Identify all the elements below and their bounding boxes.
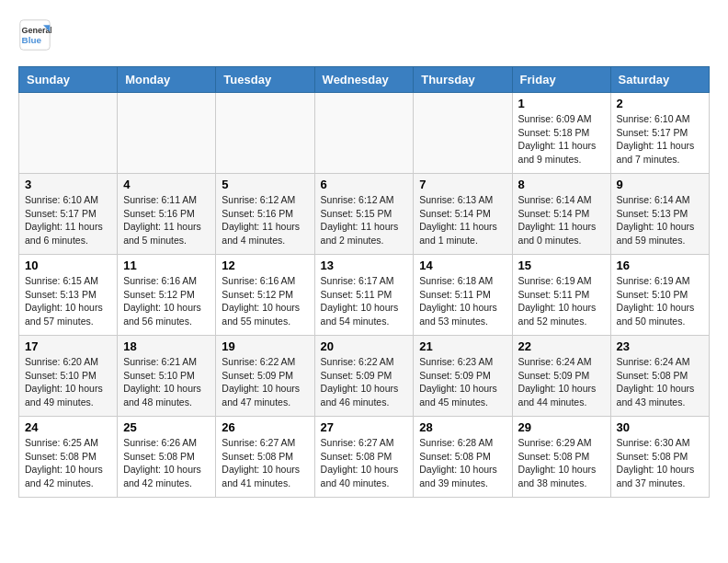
day-info: Sunrise: 6:15 AM Sunset: 5:13 PM Dayligh… <box>25 274 111 328</box>
week-row-4: 17Sunrise: 6:20 AM Sunset: 5:10 PM Dayli… <box>19 336 710 417</box>
day-number: 19 <box>222 339 308 353</box>
day-cell: 14Sunrise: 6:18 AM Sunset: 5:11 PM Dayli… <box>414 255 512 336</box>
day-cell <box>118 93 216 174</box>
day-info: Sunrise: 6:24 AM Sunset: 5:09 PM Dayligh… <box>518 355 605 409</box>
day-cell: 28Sunrise: 6:28 AM Sunset: 5:08 PM Dayli… <box>414 417 512 498</box>
day-number: 8 <box>518 178 605 191</box>
day-cell: 20Sunrise: 6:22 AM Sunset: 5:09 PM Dayli… <box>314 336 414 417</box>
day-cell: 25Sunrise: 6:26 AM Sunset: 5:08 PM Dayli… <box>118 417 216 498</box>
day-number: 14 <box>419 259 506 272</box>
column-header-thursday: Thursday <box>414 67 512 93</box>
day-info: Sunrise: 6:16 AM Sunset: 5:12 PM Dayligh… <box>222 274 308 328</box>
day-cell: 24Sunrise: 6:25 AM Sunset: 5:08 PM Dayli… <box>19 417 118 498</box>
day-number: 4 <box>123 178 210 191</box>
day-info: Sunrise: 6:28 AM Sunset: 5:08 PM Dayligh… <box>419 436 506 490</box>
day-info: Sunrise: 6:14 AM Sunset: 5:14 PM Dayligh… <box>518 193 605 247</box>
day-info: Sunrise: 6:19 AM Sunset: 5:10 PM Dayligh… <box>617 274 703 328</box>
day-number: 28 <box>419 420 506 434</box>
day-number: 23 <box>617 339 703 353</box>
day-cell: 21Sunrise: 6:23 AM Sunset: 5:09 PM Dayli… <box>414 336 512 417</box>
day-cell: 18Sunrise: 6:21 AM Sunset: 5:10 PM Dayli… <box>118 336 216 417</box>
day-cell: 3Sunrise: 6:10 AM Sunset: 5:17 PM Daylig… <box>19 174 118 255</box>
day-info: Sunrise: 6:27 AM Sunset: 5:08 PM Dayligh… <box>321 436 408 490</box>
day-number: 21 <box>419 339 506 353</box>
day-number: 30 <box>617 420 703 434</box>
calendar-table: SundayMondayTuesdayWednesdayThursdayFrid… <box>18 66 710 498</box>
day-info: Sunrise: 6:12 AM Sunset: 5:16 PM Dayligh… <box>222 193 308 247</box>
day-info: Sunrise: 6:10 AM Sunset: 5:17 PM Dayligh… <box>25 193 111 247</box>
week-row-3: 10Sunrise: 6:15 AM Sunset: 5:13 PM Dayli… <box>19 255 710 336</box>
day-cell: 13Sunrise: 6:17 AM Sunset: 5:11 PM Dayli… <box>314 255 414 336</box>
day-cell: 5Sunrise: 6:12 AM Sunset: 5:16 PM Daylig… <box>216 174 314 255</box>
day-info: Sunrise: 6:22 AM Sunset: 5:09 PM Dayligh… <box>321 355 408 409</box>
week-row-1: 1Sunrise: 6:09 AM Sunset: 5:18 PM Daylig… <box>19 93 710 174</box>
day-number: 15 <box>518 259 605 272</box>
day-cell <box>414 93 512 174</box>
column-header-tuesday: Tuesday <box>216 67 314 93</box>
day-info: Sunrise: 6:19 AM Sunset: 5:11 PM Dayligh… <box>518 274 605 328</box>
day-info: Sunrise: 6:27 AM Sunset: 5:08 PM Dayligh… <box>222 436 308 490</box>
day-cell: 12Sunrise: 6:16 AM Sunset: 5:12 PM Dayli… <box>216 255 314 336</box>
day-info: Sunrise: 6:21 AM Sunset: 5:10 PM Dayligh… <box>123 355 210 409</box>
day-cell: 19Sunrise: 6:22 AM Sunset: 5:09 PM Dayli… <box>216 336 314 417</box>
day-number: 29 <box>518 420 605 434</box>
column-header-saturday: Saturday <box>610 67 709 93</box>
column-header-sunday: Sunday <box>19 67 118 93</box>
day-cell: 23Sunrise: 6:24 AM Sunset: 5:08 PM Dayli… <box>610 336 709 417</box>
day-cell: 1Sunrise: 6:09 AM Sunset: 5:18 PM Daylig… <box>512 93 610 174</box>
column-header-monday: Monday <box>118 67 216 93</box>
day-info: Sunrise: 6:10 AM Sunset: 5:17 PM Dayligh… <box>617 112 703 167</box>
day-info: Sunrise: 6:16 AM Sunset: 5:12 PM Dayligh… <box>123 274 210 328</box>
day-cell: 26Sunrise: 6:27 AM Sunset: 5:08 PM Dayli… <box>216 417 314 498</box>
day-info: Sunrise: 6:29 AM Sunset: 5:08 PM Dayligh… <box>518 436 605 490</box>
day-number: 6 <box>321 178 408 191</box>
day-number: 18 <box>123 339 210 353</box>
column-header-friday: Friday <box>512 67 610 93</box>
day-number: 20 <box>321 339 408 353</box>
page-header: General Blue <box>18 18 710 52</box>
day-number: 11 <box>123 259 210 272</box>
day-cell: 2Sunrise: 6:10 AM Sunset: 5:17 PM Daylig… <box>610 93 709 174</box>
day-cell: 9Sunrise: 6:14 AM Sunset: 5:13 PM Daylig… <box>610 174 709 255</box>
day-number: 25 <box>123 420 210 434</box>
day-info: Sunrise: 6:25 AM Sunset: 5:08 PM Dayligh… <box>25 436 111 490</box>
day-number: 27 <box>321 420 408 434</box>
day-cell: 16Sunrise: 6:19 AM Sunset: 5:10 PM Dayli… <box>610 255 709 336</box>
day-cell: 6Sunrise: 6:12 AM Sunset: 5:15 PM Daylig… <box>314 174 414 255</box>
day-info: Sunrise: 6:18 AM Sunset: 5:11 PM Dayligh… <box>419 274 506 328</box>
day-info: Sunrise: 6:13 AM Sunset: 5:14 PM Dayligh… <box>419 193 506 247</box>
day-number: 22 <box>518 339 605 353</box>
day-cell: 11Sunrise: 6:16 AM Sunset: 5:12 PM Dayli… <box>118 255 216 336</box>
day-cell: 8Sunrise: 6:14 AM Sunset: 5:14 PM Daylig… <box>512 174 610 255</box>
day-cell: 22Sunrise: 6:24 AM Sunset: 5:09 PM Dayli… <box>512 336 610 417</box>
logo-icon: General Blue <box>18 18 51 52</box>
day-number: 12 <box>222 259 308 272</box>
day-number: 16 <box>617 259 703 272</box>
day-number: 7 <box>419 178 506 191</box>
day-info: Sunrise: 6:12 AM Sunset: 5:15 PM Dayligh… <box>321 193 408 247</box>
day-number: 17 <box>25 339 111 353</box>
day-number: 1 <box>518 97 605 110</box>
day-info: Sunrise: 6:14 AM Sunset: 5:13 PM Dayligh… <box>617 193 703 247</box>
day-info: Sunrise: 6:30 AM Sunset: 5:08 PM Dayligh… <box>617 436 703 490</box>
day-number: 3 <box>25 178 111 191</box>
day-number: 2 <box>617 97 703 110</box>
day-info: Sunrise: 6:22 AM Sunset: 5:09 PM Dayligh… <box>222 355 308 409</box>
logo: General Blue <box>18 18 55 52</box>
week-row-5: 24Sunrise: 6:25 AM Sunset: 5:08 PM Dayli… <box>19 417 710 498</box>
day-number: 26 <box>222 420 308 434</box>
day-cell: 10Sunrise: 6:15 AM Sunset: 5:13 PM Dayli… <box>19 255 118 336</box>
day-cell: 30Sunrise: 6:30 AM Sunset: 5:08 PM Dayli… <box>610 417 709 498</box>
day-number: 24 <box>25 420 111 434</box>
day-info: Sunrise: 6:26 AM Sunset: 5:08 PM Dayligh… <box>123 436 210 490</box>
svg-text:Blue: Blue <box>22 35 42 45</box>
day-number: 9 <box>617 178 703 191</box>
day-info: Sunrise: 6:17 AM Sunset: 5:11 PM Dayligh… <box>321 274 408 328</box>
day-info: Sunrise: 6:23 AM Sunset: 5:09 PM Dayligh… <box>419 355 506 409</box>
day-cell <box>19 93 118 174</box>
column-header-wednesday: Wednesday <box>314 67 414 93</box>
day-cell: 4Sunrise: 6:11 AM Sunset: 5:16 PM Daylig… <box>118 174 216 255</box>
day-cell: 27Sunrise: 6:27 AM Sunset: 5:08 PM Dayli… <box>314 417 414 498</box>
day-number: 13 <box>321 259 408 272</box>
day-cell: 17Sunrise: 6:20 AM Sunset: 5:10 PM Dayli… <box>19 336 118 417</box>
